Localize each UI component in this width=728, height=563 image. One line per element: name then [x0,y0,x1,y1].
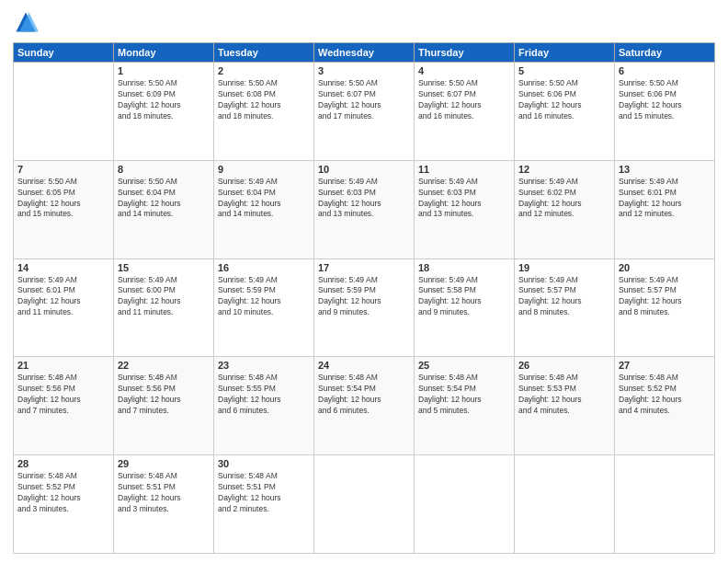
weekday-header-saturday: Saturday [615,43,715,63]
day-info: Sunrise: 5:48 AMSunset: 5:51 PMDaylight:… [218,471,310,515]
weekday-header-thursday: Thursday [415,43,515,63]
day-info: Sunrise: 5:49 AMSunset: 6:01 PMDaylight:… [619,177,711,221]
day-number: 3 [318,65,410,76]
day-cell: 14Sunrise: 5:49 AMSunset: 6:01 PMDayligh… [14,259,114,357]
day-number: 12 [518,164,610,175]
day-number: 27 [619,360,711,371]
day-cell: 26Sunrise: 5:48 AMSunset: 5:53 PMDayligh… [515,357,615,455]
day-info: Sunrise: 5:50 AMSunset: 6:06 PMDaylight:… [518,78,610,122]
weekday-header-wednesday: Wednesday [314,43,415,63]
day-number: 24 [318,360,410,371]
day-info: Sunrise: 5:50 AMSunset: 6:08 PMDaylight:… [218,78,310,122]
day-number: 30 [218,458,310,469]
day-cell: 5Sunrise: 5:50 AMSunset: 6:06 PMDaylight… [515,63,615,161]
day-info: Sunrise: 5:50 AMSunset: 6:06 PMDaylight:… [619,78,711,122]
day-number: 18 [418,262,510,273]
day-number: 7 [17,164,109,175]
day-info: Sunrise: 5:49 AMSunset: 6:01 PMDaylight:… [17,275,109,319]
day-cell [515,455,615,554]
day-cell [415,455,515,554]
day-cell: 4Sunrise: 5:50 AMSunset: 6:07 PMDaylight… [415,63,515,161]
day-info: Sunrise: 5:49 AMSunset: 6:04 PMDaylight:… [218,177,310,221]
day-number: 15 [118,262,210,273]
weekday-header-monday: Monday [114,43,214,63]
day-cell: 22Sunrise: 5:48 AMSunset: 5:56 PMDayligh… [114,357,214,455]
header [13,9,715,35]
day-info: Sunrise: 5:49 AMSunset: 5:57 PMDaylight:… [619,275,711,319]
day-number: 8 [118,164,210,175]
day-info: Sunrise: 5:49 AMSunset: 5:59 PMDaylight:… [318,275,410,319]
day-cell: 13Sunrise: 5:49 AMSunset: 6:01 PMDayligh… [615,160,715,259]
day-cell: 19Sunrise: 5:49 AMSunset: 5:57 PMDayligh… [515,259,615,357]
day-number: 13 [619,164,711,175]
week-row-3: 14Sunrise: 5:49 AMSunset: 6:01 PMDayligh… [14,259,715,357]
day-info: Sunrise: 5:50 AMSunset: 6:07 PMDaylight:… [418,78,510,122]
day-number: 23 [218,360,310,371]
day-number: 19 [518,262,610,273]
day-cell: 23Sunrise: 5:48 AMSunset: 5:55 PMDayligh… [214,357,314,455]
day-number: 4 [418,65,510,76]
day-cell: 24Sunrise: 5:48 AMSunset: 5:54 PMDayligh… [314,357,415,455]
day-cell: 18Sunrise: 5:49 AMSunset: 5:58 PMDayligh… [415,259,515,357]
day-cell: 30Sunrise: 5:48 AMSunset: 5:51 PMDayligh… [214,455,314,554]
day-cell: 29Sunrise: 5:48 AMSunset: 5:51 PMDayligh… [114,455,214,554]
day-cell: 9Sunrise: 5:49 AMSunset: 6:04 PMDaylight… [214,160,314,259]
weekday-header-friday: Friday [515,43,615,63]
day-cell [14,63,114,161]
week-row-4: 21Sunrise: 5:48 AMSunset: 5:56 PMDayligh… [14,357,715,455]
day-number: 10 [318,164,410,175]
day-info: Sunrise: 5:48 AMSunset: 5:54 PMDaylight:… [418,373,510,417]
day-number: 21 [17,360,109,371]
day-cell: 11Sunrise: 5:49 AMSunset: 6:03 PMDayligh… [415,160,515,259]
day-info: Sunrise: 5:48 AMSunset: 5:54 PMDaylight:… [318,373,410,417]
day-info: Sunrise: 5:48 AMSunset: 5:51 PMDaylight:… [118,471,210,515]
day-cell: 27Sunrise: 5:48 AMSunset: 5:52 PMDayligh… [615,357,715,455]
day-number: 26 [518,360,610,371]
day-number: 25 [418,360,510,371]
day-info: Sunrise: 5:48 AMSunset: 5:56 PMDaylight:… [17,373,109,417]
day-cell: 10Sunrise: 5:49 AMSunset: 6:03 PMDayligh… [314,160,415,259]
week-row-2: 7Sunrise: 5:50 AMSunset: 6:05 PMDaylight… [14,160,715,259]
day-cell: 1Sunrise: 5:50 AMSunset: 6:09 PMDaylight… [114,63,214,161]
day-info: Sunrise: 5:49 AMSunset: 6:02 PMDaylight:… [518,177,610,221]
day-cell: 17Sunrise: 5:49 AMSunset: 5:59 PMDayligh… [314,259,415,357]
day-info: Sunrise: 5:49 AMSunset: 5:58 PMDaylight:… [418,275,510,319]
weekday-header-sunday: Sunday [14,43,114,63]
day-cell: 15Sunrise: 5:49 AMSunset: 6:00 PMDayligh… [114,259,214,357]
day-info: Sunrise: 5:50 AMSunset: 6:09 PMDaylight:… [118,78,210,122]
day-number: 28 [17,458,109,469]
day-info: Sunrise: 5:50 AMSunset: 6:07 PMDaylight:… [318,78,410,122]
day-cell: 28Sunrise: 5:48 AMSunset: 5:52 PMDayligh… [14,455,114,554]
day-number: 9 [218,164,310,175]
page: SundayMondayTuesdayWednesdayThursdayFrid… [0,0,728,563]
day-number: 2 [218,65,310,76]
day-number: 17 [318,262,410,273]
day-number: 29 [118,458,210,469]
week-row-1: 1Sunrise: 5:50 AMSunset: 6:09 PMDaylight… [14,63,715,161]
day-number: 1 [118,65,210,76]
calendar-table: SundayMondayTuesdayWednesdayThursdayFrid… [13,42,715,554]
day-cell: 3Sunrise: 5:50 AMSunset: 6:07 PMDaylight… [314,63,415,161]
day-info: Sunrise: 5:48 AMSunset: 5:52 PMDaylight:… [17,471,109,515]
day-info: Sunrise: 5:48 AMSunset: 5:53 PMDaylight:… [518,373,610,417]
day-info: Sunrise: 5:49 AMSunset: 6:03 PMDaylight:… [318,177,410,221]
day-number: 11 [418,164,510,175]
day-number: 5 [518,65,610,76]
day-info: Sunrise: 5:49 AMSunset: 6:03 PMDaylight:… [418,177,510,221]
day-cell: 12Sunrise: 5:49 AMSunset: 6:02 PMDayligh… [515,160,615,259]
day-info: Sunrise: 5:49 AMSunset: 5:57 PMDaylight:… [518,275,610,319]
day-cell: 25Sunrise: 5:48 AMSunset: 5:54 PMDayligh… [415,357,515,455]
day-info: Sunrise: 5:48 AMSunset: 5:55 PMDaylight:… [218,373,310,417]
day-number: 16 [218,262,310,273]
week-row-5: 28Sunrise: 5:48 AMSunset: 5:52 PMDayligh… [14,455,715,554]
day-cell: 8Sunrise: 5:50 AMSunset: 6:04 PMDaylight… [114,160,214,259]
day-info: Sunrise: 5:48 AMSunset: 5:52 PMDaylight:… [619,373,711,417]
day-cell: 6Sunrise: 5:50 AMSunset: 6:06 PMDaylight… [615,63,715,161]
logo-icon [13,9,39,35]
weekday-header-tuesday: Tuesday [214,43,314,63]
day-number: 22 [118,360,210,371]
day-info: Sunrise: 5:50 AMSunset: 6:05 PMDaylight:… [17,177,109,221]
day-cell: 16Sunrise: 5:49 AMSunset: 5:59 PMDayligh… [214,259,314,357]
day-info: Sunrise: 5:49 AMSunset: 6:00 PMDaylight:… [118,275,210,319]
day-number: 6 [619,65,711,76]
